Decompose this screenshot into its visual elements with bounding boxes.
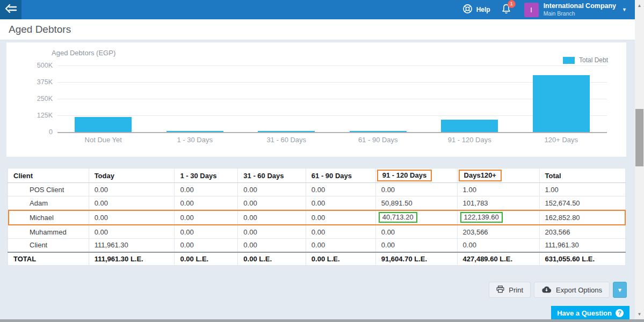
bar-slot	[241, 65, 332, 132]
account-menu[interactable]: I International Company Main Branch ▼	[524, 2, 627, 18]
value-cell: 101,783	[457, 196, 539, 210]
value-cell: 0.00	[175, 183, 238, 196]
x-axis-label: 61 - 90 Days	[332, 136, 424, 144]
notifications-button[interactable]: 1	[501, 3, 511, 17]
highlighted-value-box: 122,139.60	[460, 212, 503, 223]
table-row-michael[interactable]: Michael0.000.000.000.0040,713.20122,139.…	[8, 210, 626, 225]
value-cell: 0.00	[238, 239, 306, 252]
bar-not-due-yet	[75, 117, 132, 132]
top-bar: Help 1 I International Company Main Bran…	[0, 0, 644, 19]
value-cell: 1.00	[457, 183, 539, 196]
window-bottom-edge	[0, 319, 644, 322]
chart-plot: 500K375K250K125K0	[57, 65, 607, 132]
column-header: Client	[8, 169, 89, 183]
scroll-down-arrow[interactable]: ▼	[635, 310, 644, 318]
x-axis-label: 120+ Days	[516, 136, 607, 144]
total-value-cell: 0.00 L.E.	[306, 252, 375, 266]
client-cell: Muhammed	[8, 225, 89, 239]
column-header: 1 - 30 Days	[175, 169, 238, 183]
export-dropdown-button[interactable]: ▼	[613, 282, 627, 298]
collapse-arrow-icon	[5, 4, 17, 16]
value-cell: 0.00	[238, 210, 306, 225]
value-cell: 0.00	[306, 196, 375, 210]
value-cell: 0.00	[375, 239, 457, 252]
export-options-button[interactable]: Export Options	[534, 282, 610, 298]
bar-61-90-days	[350, 131, 407, 132]
y-tick-label: 0	[49, 128, 53, 136]
top-bar-right: Help 1 I International Company Main Bran…	[462, 2, 644, 18]
column-header: Total	[539, 169, 625, 183]
bar-120-days	[533, 75, 590, 132]
help-button[interactable]: Help	[462, 4, 490, 16]
table-total-row: TOTAL111,961.30 L.E.0.00 L.E.0.00 L.E.0.…	[8, 252, 626, 266]
value-cell: 111,961.30	[89, 239, 175, 252]
aged-debtors-table-wrap: ClientToday1 - 30 Days31 - 60 Days61 - 9…	[8, 168, 626, 266]
table-row-adam[interactable]: Adam0.000.000.000.0050,891.50101,783152,…	[8, 196, 626, 210]
value-cell: 152,674.50	[539, 196, 625, 210]
value-cell: 0.00	[89, 225, 175, 239]
table-footer: TOTAL111,961.30 L.E.0.00 L.E.0.00 L.E.0.…	[8, 252, 626, 266]
total-value-cell: 0.00 L.E.	[175, 252, 238, 266]
total-value-cell: 0.00 L.E.	[238, 252, 306, 266]
value-cell: 0.00	[175, 239, 238, 252]
chevron-down-icon: ▼	[622, 7, 627, 12]
bar-slot	[149, 65, 241, 132]
scrollbar-thumb[interactable]	[635, 109, 643, 166]
page-title: Aged Debtors	[9, 24, 71, 35]
value-cell: 0.00	[306, 225, 375, 239]
client-cell: POS Client	[8, 183, 89, 196]
total-value-cell: 631,055.60 L.E.	[539, 252, 625, 266]
value-cell: 0.00	[89, 183, 175, 196]
legend-swatch	[563, 57, 575, 64]
highlighted-value-box: 40,713.20	[379, 212, 417, 223]
y-tick-label: 500K	[37, 62, 53, 69]
help-label: Help	[476, 6, 490, 13]
value-cell: 0.00	[375, 183, 457, 196]
company-avatar: I	[524, 3, 539, 17]
client-cell: Adam	[8, 196, 89, 210]
notification-badge: 1	[508, 0, 516, 8]
table-row-muhammed[interactable]: Muhammed0.000.000.000.000.00203,566203,5…	[8, 225, 626, 239]
table-header-row: ClientToday1 - 30 Days31 - 60 Days61 - 9…	[8, 169, 626, 183]
chevron-down-icon: ▼	[617, 287, 623, 293]
y-tick-label: 375K	[37, 78, 53, 86]
gridline	[57, 132, 607, 133]
chart-title: Aged Debtors (EGP)	[52, 49, 115, 57]
table-row-pos-client[interactable]: POS Client0.000.000.000.000.001.001.00	[8, 183, 626, 196]
total-value-cell: 111,961.30 L.E.	[89, 252, 175, 266]
bar-slot	[424, 65, 516, 132]
total-label-cell: TOTAL	[8, 252, 89, 266]
value-cell: 0.00	[89, 210, 175, 225]
company-name: International Company	[544, 2, 616, 11]
scroll-up-arrow[interactable]: ▲	[635, 1, 644, 10]
value-cell: 0.00	[238, 183, 306, 196]
highlighted-column-box: 91 - 120 Days	[377, 170, 432, 181]
value-cell: 111,961.30	[539, 239, 625, 252]
highlighted-column-box: Days120+	[459, 170, 502, 181]
x-axis-label: 1 - 30 Days	[149, 136, 241, 144]
account-text: International Company Main Branch	[544, 2, 616, 18]
value-cell: 162,852.80	[539, 210, 625, 225]
value-cell: 0.00	[175, 210, 238, 225]
table-row-client[interactable]: Client111,961.300.000.000.000.000.00111,…	[8, 239, 626, 252]
aged-debtors-table: ClientToday1 - 30 Days31 - 60 Days61 - 9…	[8, 168, 626, 266]
column-header: 91 - 120 Days	[375, 169, 457, 183]
x-axis-label: Not Due Yet	[57, 136, 149, 144]
column-header: 31 - 60 Days	[238, 169, 306, 183]
table-header: ClientToday1 - 30 Days31 - 60 Days61 - 9…	[8, 169, 626, 183]
chart-legend: Total Debt	[563, 56, 608, 64]
bar-91-120-days	[441, 120, 498, 132]
value-cell: 0.00	[306, 183, 375, 196]
question-mark-icon: ?	[616, 309, 624, 317]
value-cell: 0.00	[238, 225, 306, 239]
value-cell: 0.00	[306, 239, 375, 252]
print-button[interactable]: Print	[489, 282, 531, 298]
vertical-scrollbar[interactable]: ▲ ▼	[635, 0, 644, 322]
chart-card: Aged Debtors (EGP) Total Debt 500K375K25…	[6, 42, 626, 157]
x-labels: Not Due Yet1 - 30 Days31 - 60 Days61 - 9…	[57, 136, 607, 144]
sidebar-toggle-button[interactable]	[0, 0, 21, 19]
value-cell: 0.00	[375, 225, 457, 239]
column-header: Days120+	[457, 169, 539, 183]
have-a-question-button[interactable]: Have a Question ?	[551, 306, 629, 320]
value-cell: 1.00	[539, 183, 625, 196]
